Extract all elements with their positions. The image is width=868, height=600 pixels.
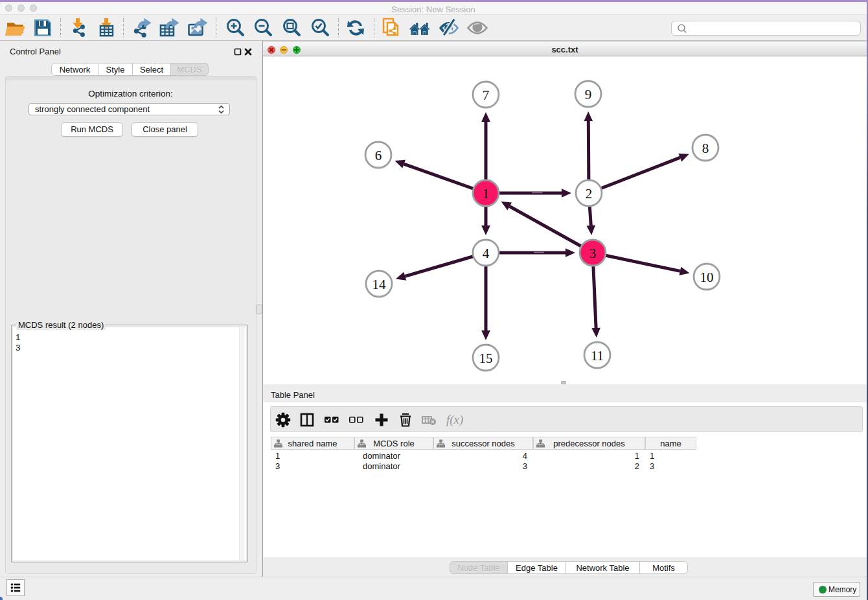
svg-text:4: 4 (483, 246, 490, 261)
svg-text:3: 3 (589, 246, 597, 261)
svg-text:14: 14 (372, 277, 387, 292)
svg-text:15: 15 (479, 351, 493, 366)
svg-text:9: 9 (585, 87, 592, 102)
svg-text:2: 2 (586, 186, 593, 202)
svg-text:f(x): f(x) (446, 413, 463, 427)
svg-text:11: 11 (591, 348, 604, 363)
svg-text:6: 6 (375, 148, 382, 163)
svg-text:7: 7 (483, 87, 490, 103)
svg-text:10: 10 (700, 270, 714, 285)
svg-text:1: 1 (483, 186, 490, 202)
svg-text:8: 8 (702, 141, 709, 156)
